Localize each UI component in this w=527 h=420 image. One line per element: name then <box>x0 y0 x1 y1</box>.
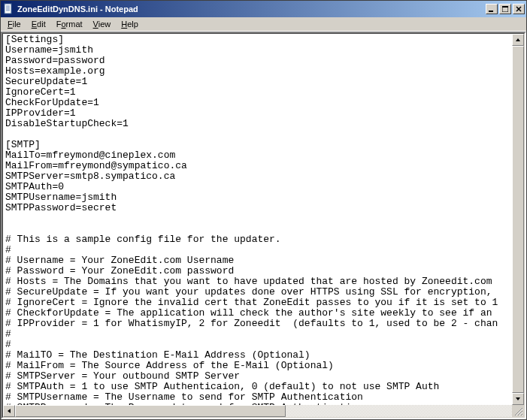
window-buttons <box>486 4 525 14</box>
vertical-scrollbar[interactable] <box>512 34 524 405</box>
menu-edit[interactable]: Edit <box>26 18 51 30</box>
text-content: [Settings] Username=jsmith Password=pass… <box>5 34 498 405</box>
vscroll-thumb[interactable] <box>512 46 524 393</box>
hscroll-thumb[interactable] <box>15 405 286 417</box>
menu-format[interactable]: Format <box>51 18 88 30</box>
size-grip[interactable] <box>512 405 524 417</box>
svg-rect-1 <box>489 11 493 12</box>
text-editor[interactable]: [Settings] Username=jsmith Password=pass… <box>3 34 524 405</box>
horizontal-scrollbar[interactable] <box>3 405 524 417</box>
hscroll-track[interactable] <box>15 405 512 417</box>
svg-rect-3 <box>502 6 508 8</box>
close-button[interactable] <box>513 4 525 14</box>
maximize-button[interactable] <box>499 4 511 14</box>
menu-file[interactable]: File <box>2 18 26 30</box>
scroll-up-button[interactable] <box>512 34 524 46</box>
text-container: [Settings] Username=jsmith Password=pass… <box>2 33 525 418</box>
vscroll-track[interactable] <box>512 46 524 393</box>
client-area: [Settings] Username=jsmith Password=pass… <box>1 32 526 419</box>
menu-help[interactable]: Help <box>116 18 144 30</box>
app-icon <box>2 3 14 15</box>
titlebar[interactable]: ZoneEditDynDNS.ini - Notepad <box>1 1 526 17</box>
notepad-window: ZoneEditDynDNS.ini - Notepad File Edit F… <box>0 0 527 420</box>
scroll-down-button[interactable] <box>512 393 524 405</box>
menu-view[interactable]: View <box>88 18 117 30</box>
minimize-button[interactable] <box>486 4 498 14</box>
scroll-left-button[interactable] <box>3 405 15 417</box>
menubar: File Edit Format View Help <box>1 17 526 32</box>
window-title: ZoneEditDynDNS.ini - Notepad <box>17 5 486 14</box>
